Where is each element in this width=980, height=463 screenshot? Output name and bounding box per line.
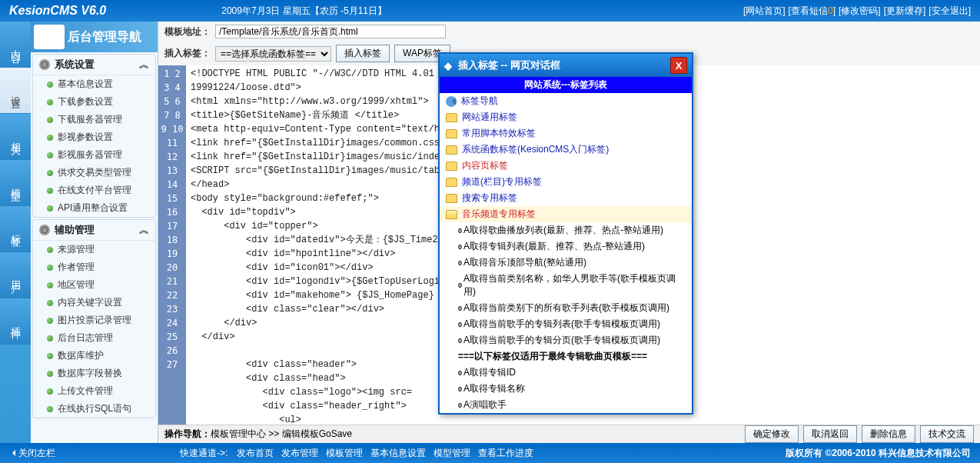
tag-category[interactable]: 频道(栏目)专用标签 [440,174,692,190]
nav-section-system: 系统设置 ︽ 基本信息设置下载参数设置下载服务器管理影视参数设置影视服务器管理供… [32,54,156,218]
bullet-icon [47,135,53,141]
quick-link[interactable]: 发布管理 [281,448,318,458]
cat-user[interactable]: 用户 [0,252,31,298]
bullet-icon [47,188,53,194]
nav-item[interactable]: 上传文件管理 [33,382,155,400]
link-home[interactable]: [网站首页] [743,5,786,18]
tag-item[interactable]: 0A演唱歌手 [440,397,692,413]
quick-link[interactable]: 基本信息设置 [370,448,426,458]
nav-item[interactable]: 在线支付平台管理 [33,182,155,199]
close-sidebar-button[interactable]: 关闭左栏 [9,447,55,460]
top-links: [网站首页] [查看短信0] [修改密码] [更新缓存] [安全退出] [743,5,971,18]
bullet-icon [47,247,53,253]
bullet-icon [47,152,53,158]
tag-item[interactable]: 0A取得专辑ID [440,365,692,381]
link-pwd[interactable]: [修改密码] [839,5,881,18]
cancel-button[interactable]: 取消返回 [803,425,857,443]
nav-item[interactable]: 图片投票记录管理 [33,311,155,329]
tag-category[interactable]: 网站通用标签 [440,109,692,125]
tag-category[interactable]: 内容页标签 [440,158,692,174]
tag-category[interactable]: 标签导航 [440,93,692,109]
tag-item[interactable]: 0A取得专辑名称 [440,381,692,397]
section-header[interactable]: 系统设置 ︽ [33,55,155,75]
cat-related[interactable]: 相关 [0,114,31,160]
logo: KesionCMS V6.0 [9,4,106,18]
save-button[interactable]: 确定修改 [745,425,799,443]
nav-item[interactable]: API通用整合设置 [33,199,155,217]
copyright: 版权所有 ©2006-2010 科兴信息技术有限公司 [786,447,971,460]
bullet-icon [47,388,53,395]
top-bar: KesionCMS V6.0 2009年7月3日 星期五【农历 -5月11日】 … [0,0,980,22]
link-msg[interactable]: [查看短信0] [789,5,835,18]
nav-item[interactable]: 数据库维护 [33,347,155,365]
bullet-icon [47,82,53,88]
tag-category[interactable]: 搜索专用标签 [440,190,692,206]
bullet-icon [47,371,53,377]
tag-category[interactable]: 系统函数标签(KesionCMS入门标签) [440,142,692,158]
nav-header: 后台管理导航 [31,22,158,52]
bullet-icon [47,406,53,412]
date-text: 2009年7月3日 星期五【农历 -5月11日】 [221,5,387,18]
tag-category[interactable]: 音乐频道专用标签 [440,206,692,222]
section-header[interactable]: 辅助管理 ︽ [33,220,155,241]
quick-link[interactable]: 模型管理 [434,448,470,458]
template-path-input[interactable] [215,25,446,38]
gear-icon [39,225,50,235]
link-cache[interactable]: [更新缓存] [884,5,926,18]
nav-item[interactable]: 数据库字段替换 [33,365,155,382]
nav-item[interactable]: 来源管理 [33,241,155,258]
nav-item[interactable]: 作者管理 [33,258,155,276]
dialog-titlebar[interactable]: ◆ 插入标签 -- 网页对话框 X [440,54,692,77]
bullet-icon [47,318,53,324]
quick-link[interactable]: 发布首页 [237,448,274,458]
insert-tag-button[interactable]: 插入标签 [336,45,390,62]
bullet-icon [47,170,53,176]
nav-item[interactable]: 供求交易类型管理 [33,164,155,182]
cat-settings[interactable]: 设置 [0,68,31,114]
cat-content[interactable]: 内容 [0,22,31,68]
tag-item[interactable]: 0A取得专辑列表(最新、推荐、热点-整站通用) [440,238,692,255]
folder-icon [446,145,457,155]
nav-item[interactable]: 内容关键字设置 [33,294,155,311]
insert-label: 插入标签： [164,47,211,60]
tag-select[interactable]: ==选择系统函数标签== [215,46,331,62]
tag-separator: ===以下标签仅适用于最终专辑歌曲页模板=== [440,348,692,365]
close-icon[interactable]: X [670,57,687,74]
folder-icon [446,178,457,187]
folder-icon [446,113,457,122]
tag-item[interactable]: 0A取得当前歌手的专辑列表(歌手专辑模板页调用) [440,316,692,332]
quick-label: 快速通道->: [180,447,228,460]
nav-item[interactable]: 影视参数设置 [33,128,155,146]
dialog-subtitle: 网站系统---标签列表 [440,77,692,93]
collapse-icon[interactable]: ︽ [139,223,149,237]
nav-item[interactable]: 在线执行SQL语句 [33,400,155,418]
cat-tags[interactable]: 标签 [0,206,31,252]
delete-button[interactable]: 删除信息 [862,425,915,443]
quick-link[interactable]: 模板管理 [326,448,363,458]
collapse-icon[interactable]: ︽ [139,58,149,72]
tag-item[interactable]: 0A取得当前歌手的专辑分页(歌手专辑模板页调用) [440,332,692,348]
nav-item[interactable]: 下载参数设置 [33,93,155,111]
tag-item[interactable]: 0A取得歌曲播放列表(最新、推荐、热点-整站通用) [440,222,692,238]
bullet-icon [47,265,53,271]
tech-button[interactable]: 技术交流 [920,425,974,443]
nav-item[interactable]: 地区管理 [33,276,155,294]
nav-item[interactable]: 下载服务器管理 [33,111,155,128]
link-exit[interactable]: [安全退出] [929,5,971,18]
nav-item[interactable]: 基本信息设置 [33,75,155,93]
tag-item[interactable]: 0A取得音乐顶部导航(整站通用) [440,255,692,271]
tag-item[interactable]: 0A取得当前类别名称，如华人男歌手等(歌手模板页调用) [440,271,692,300]
quick-link[interactable]: 查看工作进度 [478,448,533,458]
home-icon [446,96,457,107]
breadcrumb: 模板管理中心 >> 编辑模板GoSave [211,428,352,439]
tag-item[interactable]: 0A取得当前类别下的所有歌手列表(歌手模板页调用) [440,300,692,316]
quick-links: 发布首页发布管理模板管理基本信息设置模型管理查看工作进度 [237,447,541,460]
tag-category[interactable]: 常用脚本特效标签 [440,125,692,142]
nav-item[interactable]: 影视服务器管理 [33,146,155,164]
cat-model[interactable]: 模型 [0,160,31,206]
nav-item[interactable]: 后台日志管理 [33,329,155,347]
bullet-icon [47,117,53,123]
nav-section-aux: 辅助管理 ︽ 来源管理作者管理地区管理内容关键字设置图片投票记录管理后台日志管理… [32,219,156,418]
cat-plugin[interactable]: 插件 [0,298,31,345]
chevron-left-icon [9,450,15,456]
